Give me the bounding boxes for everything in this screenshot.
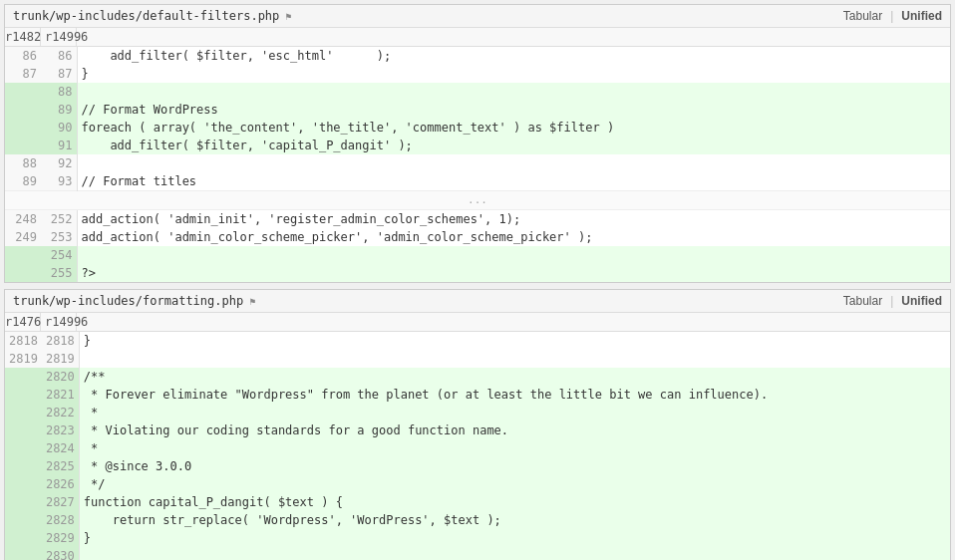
line-num-left — [5, 264, 41, 282]
line-num-right: 2824 — [42, 439, 79, 457]
line-num-right: 2822 — [42, 404, 79, 421]
line-content: * Forever eliminate "Wordpress" from the… — [79, 386, 950, 404]
line-content: * Violating our coding standards for a g… — [79, 421, 950, 439]
table-row: 2826 */ — [5, 475, 950, 493]
line-num-left — [5, 119, 41, 137]
line-num-right: 93 — [41, 172, 77, 191]
line-num-left: 88 — [5, 154, 41, 172]
line-num-left — [5, 493, 42, 511]
line-content: } — [79, 332, 950, 350]
diff-header-left-2: trunk/wp-includes/formatting.php⚑ — [13, 294, 255, 308]
table-row: 8993// Format titles — [5, 172, 950, 191]
line-num-right: 89 — [41, 101, 77, 119]
line-num-left: 2818 — [5, 332, 42, 350]
line-content: */ — [79, 475, 950, 493]
line-num-left — [5, 439, 42, 457]
rev-left-1: r14826 — [5, 28, 41, 46]
table-row: 2830 — [5, 547, 950, 560]
table-row: 2823 * Violating our coding standards fo… — [5, 421, 950, 439]
table-row: 91 add_filter( $filter, 'capital_P_dangi… — [5, 137, 950, 154]
line-content — [79, 350, 950, 368]
rev-left-2: r14766 — [5, 313, 41, 331]
diff-header-actions-1: Tabular|Unified — [843, 9, 942, 23]
action-separator-1: | — [890, 9, 893, 23]
table-row: 2827function capital_P_dangit( $text ) { — [5, 493, 950, 511]
line-content: * @since 3.0.0 — [79, 457, 950, 475]
line-num-left — [5, 386, 42, 404]
diff-header-1: trunk/wp-includes/default-filters.php⚑Ta… — [5, 5, 950, 28]
line-num-right: 2818 — [42, 332, 79, 350]
line-content: return str_replace( 'Wordpress', 'WordPr… — [79, 511, 950, 529]
diff-title-icon-2: ⚑ — [249, 296, 255, 307]
line-num-right: 254 — [41, 246, 77, 264]
line-num-right: 2828 — [42, 511, 79, 529]
line-num-right: 91 — [41, 137, 77, 154]
tabular-button-1[interactable]: Tabular — [843, 9, 882, 23]
line-num-right: 2827 — [42, 493, 79, 511]
line-num-left — [5, 137, 41, 154]
line-content: * — [79, 404, 950, 421]
table-row: 248252add_action( 'admin_init', 'registe… — [5, 210, 950, 229]
unified-button-2[interactable]: Unified — [901, 294, 942, 308]
line-num-right: 2823 — [42, 421, 79, 439]
line-content: function capital_P_dangit( $text ) { — [79, 493, 950, 511]
line-content: * — [79, 439, 950, 457]
line-content: } — [77, 65, 950, 83]
line-num-left — [5, 421, 42, 439]
table-row: 2821 * Forever eliminate "Wordpress" fro… — [5, 386, 950, 404]
line-content: foreach ( array( 'the_content', 'the_tit… — [77, 119, 950, 137]
line-num-right: 88 — [41, 83, 77, 101]
line-content: ?> — [77, 264, 950, 282]
line-num-right: 2819 — [42, 350, 79, 368]
line-num-right: 2830 — [42, 547, 79, 560]
line-num-left: 87 — [5, 65, 41, 83]
line-content — [77, 83, 950, 101]
diff-header-actions-2: Tabular|Unified — [843, 294, 942, 308]
diff-title-icon-1: ⚑ — [285, 11, 291, 22]
line-content: // Format WordPress — [77, 101, 950, 119]
line-content: // Format titles — [77, 172, 950, 191]
diff-table-1: 8686 add_filter( $filter, 'esc_html' );8… — [5, 47, 950, 282]
line-num-right: 87 — [41, 65, 77, 83]
line-content — [77, 246, 950, 264]
table-row: 2829} — [5, 529, 950, 547]
action-separator-2: | — [890, 294, 893, 308]
line-num-left: 249 — [5, 228, 41, 246]
table-row: 2824 * — [5, 439, 950, 457]
table-row: 28182818} — [5, 332, 950, 350]
tabular-button-2[interactable]: Tabular — [843, 294, 882, 308]
line-num-right: 255 — [41, 264, 77, 282]
line-content: /** — [79, 368, 950, 386]
table-row: 2822 * — [5, 404, 950, 421]
line-num-left — [5, 475, 42, 493]
line-content: add_filter( $filter, 'esc_html' ); — [77, 47, 950, 65]
unified-button-1[interactable]: Unified — [901, 9, 942, 23]
table-row: 2828 return str_replace( 'Wordpress', 'W… — [5, 511, 950, 529]
diff-header-2: trunk/wp-includes/formatting.php⚑Tabular… — [5, 290, 950, 313]
line-num-right: 2820 — [42, 368, 79, 386]
line-num-right: 86 — [41, 47, 77, 65]
table-row: 2820/** — [5, 368, 950, 386]
diff-table-2: 28182818}281928192820/**2821 * Forever e… — [5, 332, 950, 560]
line-num-right: 2826 — [42, 475, 79, 493]
line-num-right: 90 — [41, 119, 77, 137]
line-num-right: 2825 — [42, 457, 79, 475]
rev-right-2: r14996 — [41, 313, 77, 331]
line-num-left — [5, 246, 41, 264]
line-content: add_action( 'admin_color_scheme_picker',… — [77, 228, 950, 246]
rev-row-1: r14826r14996 — [5, 28, 950, 47]
line-content: add_action( 'admin_init', 'register_admi… — [77, 210, 950, 229]
table-row: 28192819 — [5, 350, 950, 368]
line-num-left — [5, 404, 42, 421]
table-row: 88 — [5, 83, 950, 101]
line-num-left — [5, 529, 42, 547]
line-content: } — [79, 529, 950, 547]
diff-header-left-1: trunk/wp-includes/default-filters.php⚑ — [13, 9, 291, 23]
line-num-left — [5, 83, 41, 101]
table-row: 8787} — [5, 65, 950, 83]
table-row: 2825 * @since 3.0.0 — [5, 457, 950, 475]
line-num-right: 2829 — [42, 529, 79, 547]
line-content — [77, 154, 950, 172]
line-num-right: 253 — [41, 228, 77, 246]
line-num-right: 2821 — [42, 386, 79, 404]
